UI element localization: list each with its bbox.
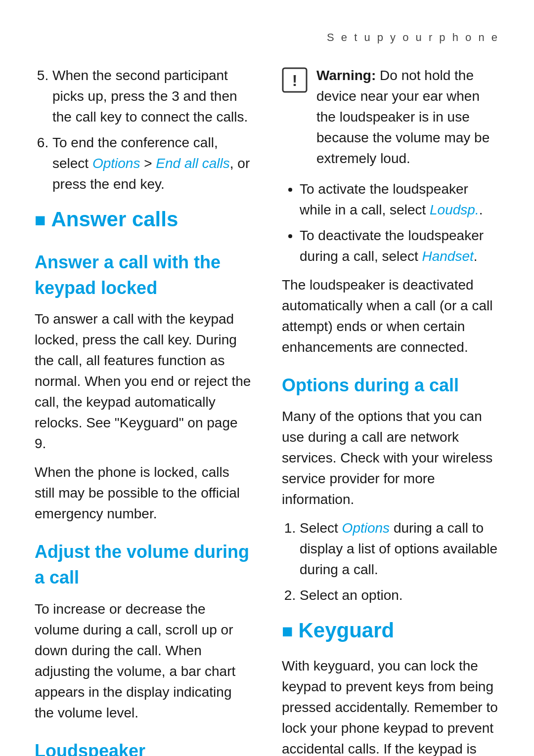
intro-list: When the second participant picks up, pr… <box>52 65 252 195</box>
loudspeaker-bullets: To activate the loudspeaker while in a c… <box>300 179 499 267</box>
options-link: Options <box>92 156 140 171</box>
bullet2-after: . <box>474 249 478 264</box>
options-during-call-label: Options during a call <box>282 375 459 395</box>
list-item: To end the conference call, select Optio… <box>52 132 252 195</box>
keyguard-body: With keyguard, you can lock the keypad t… <box>282 656 499 756</box>
warning-icon: ! <box>282 67 308 93</box>
bullet-item: To deactivate the loudspeaker during a c… <box>300 225 499 267</box>
intro-section: When the second participant picks up, pr… <box>35 65 252 195</box>
item-6-mid: > <box>140 156 156 171</box>
keyguard-label: Keyguard <box>299 619 395 642</box>
options-during-call-heading: Options during a call <box>282 373 499 398</box>
options-during-call-body: Many of the options that you can use dur… <box>282 406 499 510</box>
keyguard-heading: Keyguard <box>282 616 499 646</box>
adjust-volume-body: To increase or decrease the volume durin… <box>35 599 252 723</box>
page-container: S e t u p y o u r p h o n e When the sec… <box>0 0 534 756</box>
loudsp-link: Loudsp. <box>430 202 479 217</box>
two-column-layout: When the second participant picks up, pr… <box>35 65 499 756</box>
bullet-item: To activate the loudspeaker while in a c… <box>300 179 499 220</box>
handset-link: Handset <box>422 249 473 264</box>
page-header: S e t u p y o u r p h o n e <box>35 30 499 45</box>
options-list: Select Options during a call to display … <box>300 518 499 606</box>
warning-bold: Warning: <box>316 68 376 83</box>
answer-keypad-label: Answer a call with the keypad locked <box>35 252 221 298</box>
right-column: ! Warning: Do not hold the device near y… <box>282 65 499 756</box>
left-column: When the second participant picks up, pr… <box>35 65 252 756</box>
adjust-volume-heading: Adjust the volume during a call <box>35 539 252 590</box>
options-call-link: Options <box>342 520 390 536</box>
bullet1-after: . <box>479 202 483 217</box>
warning-text: Warning: Do not hold the device near you… <box>316 65 499 169</box>
svg-text:!: ! <box>292 72 298 89</box>
answer-keypad-heading: Answer a call with the keypad locked <box>35 250 252 301</box>
answer-keypad-body2: When the phone is locked, calls still ma… <box>35 462 252 524</box>
loudspeaker-note: The loudspeaker is deactivated automatic… <box>282 275 499 358</box>
warning-box: ! Warning: Do not hold the device near y… <box>282 65 499 169</box>
end-all-calls-link: End all calls <box>156 156 229 171</box>
opt2-text: Select an option. <box>300 588 403 603</box>
answer-keypad-body1: To answer a call with the keypad locked,… <box>35 309 252 454</box>
options-list-item: Select an option. <box>300 585 499 606</box>
answer-calls-label: Answer calls <box>51 208 178 231</box>
item-5-text: When the second participant picks up, pr… <box>52 68 248 125</box>
list-item: When the second participant picks up, pr… <box>52 65 252 127</box>
adjust-volume-label: Adjust the volume during a call <box>35 542 249 588</box>
answer-calls-heading: Answer calls <box>35 205 252 235</box>
loudspeaker-label: Loudspeaker <box>35 741 145 756</box>
loudspeaker-heading: Loudspeaker <box>35 738 252 756</box>
header-text: S e t u p y o u r p h o n e <box>327 31 499 43</box>
options-list-item: Select Options during a call to display … <box>300 518 499 580</box>
opt1-before: Select <box>300 520 342 536</box>
